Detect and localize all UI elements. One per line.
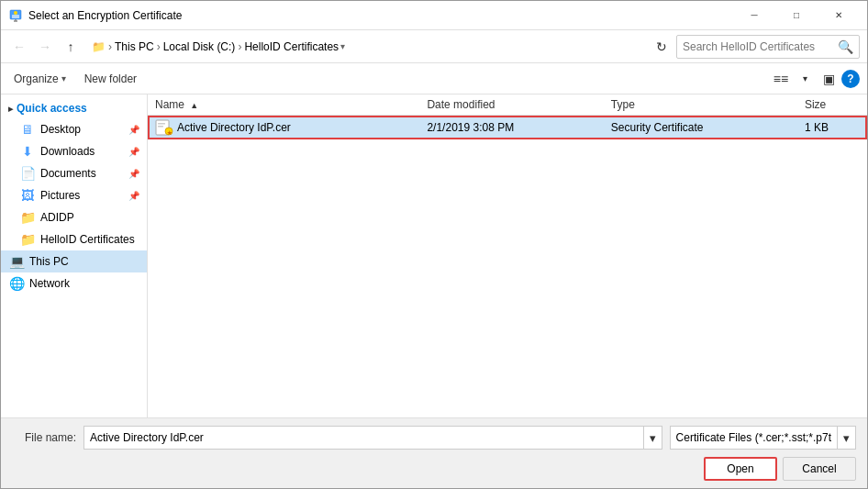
file-type-cell: Security Certificate — [604, 116, 797, 140]
download-icon: ⬇ — [19, 143, 36, 160]
breadcrumb[interactable]: 📁 › This PC › Local Disk (C:) › HelloID … — [85, 35, 647, 59]
file-name-input[interactable] — [84, 431, 643, 444]
sidebar-item-documents[interactable]: 📄 Documents 📌 — [1, 162, 147, 184]
search-icon[interactable]: 🔍 — [838, 39, 853, 54]
navigation-bar: ← → ↑ 📁 › This PC › Local Disk (C:) › He… — [1, 30, 867, 63]
file-name-row: File name: ▾ Certificate Files (*.cer;*.… — [12, 426, 856, 450]
cancel-button[interactable]: Cancel — [783, 457, 856, 481]
sidebar-item-desktop[interactable]: 🖥 Desktop 📌 — [1, 118, 147, 140]
file-type-wrapper: Certificate Files (*.cer;*.sst;*.p7t ▾ — [670, 426, 856, 450]
title-bar: Select an Encryption Certificate ─ □ ✕ — [1, 1, 867, 30]
col-name[interactable]: Name ▲ — [148, 94, 419, 116]
desktop-icon: 🖥 — [19, 121, 36, 138]
svg-rect-1 — [12, 15, 19, 18]
breadcrumb-helloid-certs: HelloID Certificates — [244, 40, 339, 53]
svg-rect-7 — [158, 126, 163, 128]
sidebar-item-this-pc[interactable]: 💻 This PC — [1, 250, 147, 272]
dialog-window: Select an Encryption Certificate ─ □ ✕ ←… — [0, 0, 868, 489]
refresh-button[interactable]: ↻ — [651, 36, 673, 58]
col-date-modified[interactable]: Date modified — [419, 94, 603, 116]
svg-point-2 — [14, 11, 17, 15]
minimize-button[interactable]: ─ — [733, 2, 775, 29]
maximize-button[interactable]: □ — [775, 2, 818, 29]
open-button[interactable]: Open — [704, 457, 777, 481]
sidebar-item-pictures[interactable]: 🖼 Pictures 📌 — [1, 184, 147, 206]
file-name-input-wrapper: ▾ — [83, 426, 662, 450]
col-size[interactable]: Size — [797, 94, 867, 116]
organize-button[interactable]: Organize ▾ — [8, 70, 72, 88]
file-table: Name ▲ Date modified Type Size — [148, 94, 867, 139]
back-button[interactable]: ← — [8, 36, 30, 58]
svg-rect-6 — [158, 123, 165, 125]
forward-button[interactable]: → — [34, 36, 56, 58]
documents-icon: 📄 — [19, 165, 36, 182]
action-buttons: Open Cancel — [12, 457, 856, 481]
toolbar: Organize ▾ New folder ≡≡ ▾ ▣ ? — [1, 63, 867, 94]
new-folder-button[interactable]: New folder — [79, 70, 142, 88]
dialog-icon — [8, 8, 23, 23]
file-size-cell: 1 KB — [797, 116, 867, 140]
search-input[interactable] — [683, 40, 838, 53]
search-box: 🔍 — [676, 35, 860, 59]
file-type-dropdown-button[interactable]: ▾ — [837, 427, 855, 449]
quick-access-header[interactable]: ▸ Quick access — [1, 98, 147, 118]
view-controls: ≡≡ ▾ ▣ ? — [770, 68, 860, 90]
help-button[interactable]: ? — [841, 70, 860, 88]
file-date-cell: 2/1/2019 3:08 PM — [419, 116, 603, 140]
main-content: ▸ Quick access 🖥 Desktop 📌 ⬇ Downloads 📌 — [1, 94, 867, 417]
up-button[interactable]: ↑ — [60, 36, 82, 58]
sidebar-item-helloid-certs[interactable]: 📁 HelloID Certificates — [1, 228, 147, 250]
col-type[interactable]: Type — [604, 94, 797, 116]
file-pane: Name ▲ Date modified Type Size — [148, 94, 867, 417]
this-pc-icon: 💻 — [8, 253, 25, 270]
sidebar-item-adidp[interactable]: 📁 ADIDP — [1, 206, 147, 228]
bottom-bar: File name: ▾ Certificate Files (*.cer;*.… — [1, 417, 867, 488]
certificate-file-icon: ★ — [155, 119, 173, 136]
title-controls: ─ □ ✕ — [733, 2, 860, 29]
view-dropdown-button[interactable]: ▾ — [794, 68, 816, 90]
sidebar-item-network[interactable]: 🌐 Network — [1, 272, 147, 295]
breadcrumb-local-disk: Local Disk (C:) — [163, 40, 236, 53]
file-name-label: File name: — [12, 431, 76, 444]
view-layout-button[interactable]: ≡≡ — [770, 68, 792, 90]
pane-button[interactable]: ▣ — [818, 68, 840, 90]
breadcrumb-this-pc-label: This PC — [115, 40, 154, 53]
sidebar-item-downloads[interactable]: ⬇ Downloads 📌 — [1, 140, 147, 162]
file-name-cell: ★ Active Directory IdP.cer — [148, 116, 419, 140]
table-row[interactable]: ★ Active Directory IdP.cer 2/1/2019 3:08… — [148, 116, 867, 140]
sidebar: ▸ Quick access 🖥 Desktop 📌 ⬇ Downloads 📌 — [1, 94, 148, 417]
file-name-dropdown-button[interactable]: ▾ — [643, 427, 662, 449]
dialog-title: Select an Encryption Certificate — [28, 9, 733, 22]
close-button[interactable]: ✕ — [818, 2, 860, 29]
folder-icon-helloid: 📁 — [19, 231, 36, 248]
pictures-icon: 🖼 — [19, 187, 36, 204]
network-icon: 🌐 — [8, 275, 25, 292]
folder-icon-adidp: 📁 — [19, 209, 36, 226]
file-type-display: Certificate Files (*.cer;*.sst;*.p7t — [671, 431, 837, 444]
breadcrumb-this-pc: 📁 — [92, 40, 106, 53]
